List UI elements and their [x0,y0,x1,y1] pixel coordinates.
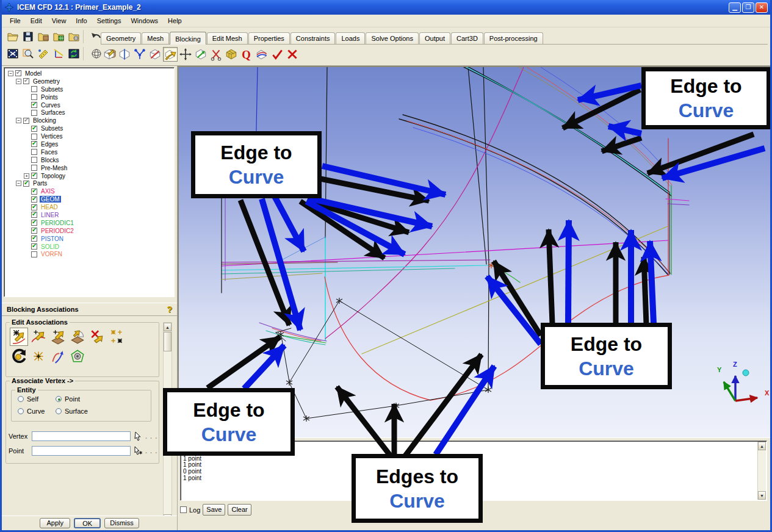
edit-block-icon[interactable] [148,47,162,62]
point-input[interactable] [32,446,131,456]
checkbox-icon[interactable] [31,157,37,163]
tab-solve-options[interactable]: Solve Options [366,32,418,44]
tree-item-pre-mesh[interactable]: Pre-Mesh [7,164,174,172]
zoom-window-icon[interactable] [21,46,35,61]
radio-surface[interactable]: Surface [56,408,110,415]
apply-button[interactable]: Apply [40,518,70,528]
menu-edit[interactable]: Edit [26,16,46,26]
tree-item-curves[interactable]: Curves [7,101,174,109]
tab-post-processing[interactable]: Post-processing [484,32,543,44]
checkbox-icon[interactable] [31,189,37,195]
group-association-icon[interactable] [68,347,87,365]
checkbox-icon[interactable] [31,94,37,100]
tree-item-surfaces[interactable]: Surfaces [7,109,174,117]
checkbox-icon[interactable] [31,235,37,242]
help-icon[interactable]: ? [167,304,172,314]
create-block-icon[interactable] [102,47,117,62]
tab-constraints[interactable]: Constraints [290,32,336,44]
maximize-button[interactable]: ❐ [742,2,754,13]
checkbox-icon[interactable] [15,70,21,76]
merge-vertices-icon[interactable] [132,47,147,62]
checkbox-icon[interactable] [31,149,37,155]
pre-mesh-params-icon[interactable] [224,47,239,62]
message-scrollbar[interactable]: ▲ ▼ [757,442,766,500]
vertex-more-button[interactable]: . . . [145,433,157,440]
disassociate-icon[interactable] [88,328,106,346]
edit-edge-icon[interactable] [209,47,223,62]
checkbox-icon[interactable] [23,118,29,124]
tree-item-model[interactable]: Model [7,70,174,77]
radio-point[interactable]: Point [56,395,110,403]
delete-block-icon[interactable] [285,47,300,62]
menu-windows[interactable]: Windows [126,16,162,26]
tree-item-faces[interactable]: Faces [7,148,174,156]
tree-item-blocking[interactable]: Blocking [7,117,174,124]
interpolate-edge-association-icon[interactable] [49,347,67,365]
select-cursor-icon[interactable] [133,431,143,441]
associate-surface-icon[interactable] [68,328,87,346]
reset-view-icon[interactable] [67,46,81,61]
radio-icon[interactable] [18,396,24,402]
expander-icon[interactable] [16,118,21,123]
local-coord-system-icon[interactable] [51,46,66,61]
associate-edge-to-curve-icon[interactable] [29,328,48,346]
expander-icon[interactable] [16,79,21,84]
save-project-icon[interactable] [21,29,35,44]
auto-associate-patch-icon[interactable] [10,347,28,365]
check-blocks-icon[interactable] [270,47,284,62]
expander-icon[interactable] [8,71,13,76]
checkbox-icon[interactable] [31,110,37,116]
model-tree[interactable]: Model Geometry Subsets Points Curves Sur… [4,67,175,297]
measure-distance-icon[interactable] [36,46,51,61]
checkbox-icon[interactable] [31,220,37,226]
open-project-icon[interactable] [36,29,51,44]
tree-item-blocking-subsets[interactable]: Subsets [7,124,174,132]
tree-item-parts[interactable]: Parts [7,179,174,187]
tree-item-geom[interactable]: GEOM [7,195,174,203]
tree-item-topology[interactable]: Topology [7,172,174,180]
checkbox-icon[interactable] [31,134,37,140]
radio-self[interactable]: Self [18,395,56,403]
menu-file[interactable]: File [5,16,25,26]
title-bar[interactable]: ICEM CFD 12.1 : Primer_Example_2 ▁ ❐ ✕ [2,0,770,15]
tab-properties[interactable]: Properties [248,32,290,44]
checkbox-icon[interactable] [23,78,29,84]
checkbox-icon[interactable] [31,251,37,257]
select-point-cursor-icon[interactable] [133,446,143,456]
tab-geometry[interactable]: Geometry [101,32,141,44]
tree-item-solid[interactable]: SOLID [7,243,174,251]
move-vertex-icon[interactable] [178,47,193,62]
radio-icon[interactable] [18,408,24,414]
transform-blocks-icon[interactable] [193,47,208,62]
tree-item-periodic2[interactable]: PERIODIC2 [7,227,174,235]
associate-face-to-surface-icon[interactable] [49,328,67,346]
checkbox-icon[interactable] [31,86,37,92]
point-more-button[interactable]: . . . [145,447,157,455]
checkbox-icon[interactable] [31,204,37,210]
checkbox-icon[interactable] [31,141,37,147]
tab-loads[interactable]: Loads [336,32,365,44]
tree-item-vertices[interactable]: Vertices [7,132,174,140]
scroll-up-icon[interactable]: ▲ [758,442,766,450]
tree-item-vorfn[interactable]: VORFN [7,250,174,258]
tree-item-points[interactable]: Points [7,93,174,101]
tab-cart3d[interactable]: Cart3D [451,32,483,44]
checkbox-icon[interactable] [31,212,37,218]
associate-vertex-icon[interactable] [10,328,28,346]
save-log-button[interactable]: Save [203,504,225,516]
expander-icon[interactable] [24,173,29,179]
menu-info[interactable]: Info [71,16,91,26]
associate-icon[interactable] [163,47,178,62]
scroll-thumb[interactable] [164,332,171,351]
tree-item-geometry[interactable]: Geometry [7,77,174,85]
checkbox-icon[interactable] [31,102,37,108]
menu-help[interactable]: Help [164,16,186,26]
expander-icon[interactable] [16,181,21,186]
scroll-up-icon[interactable]: ▲ [164,323,171,331]
menu-settings[interactable]: Settings [93,16,126,26]
tree-item-axis[interactable]: AXIS [7,187,174,195]
open-blocking-icon[interactable] [67,29,81,44]
tab-edit-mesh[interactable]: Edit Mesh [207,32,248,44]
project-vertices-icon[interactable] [29,347,48,365]
smooth-hexa-icon[interactable] [254,47,269,62]
